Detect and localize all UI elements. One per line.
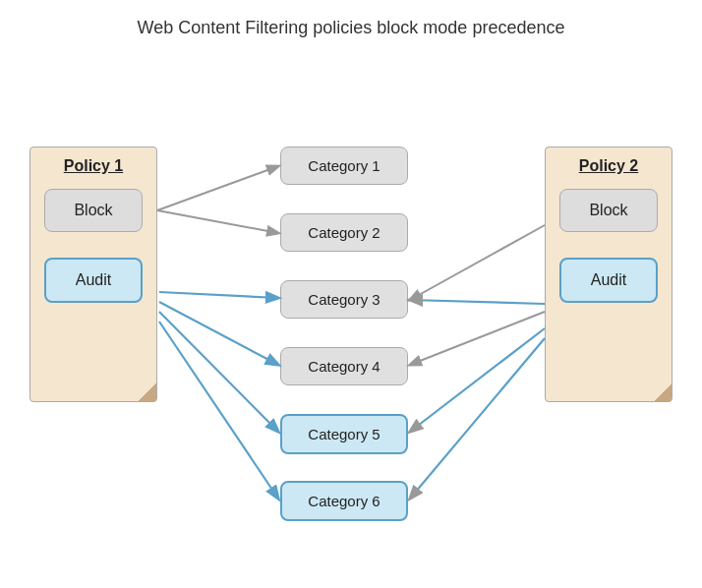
category2-box: Category 2	[280, 213, 408, 252]
policy2-title: Policy 2	[579, 157, 638, 175]
svg-line-5	[159, 302, 278, 365]
category5-box: Category 5	[280, 414, 408, 454]
category3-box: Category 3	[280, 280, 408, 319]
svg-line-7	[159, 322, 278, 499]
category1-box: Category 1	[280, 147, 408, 185]
policy2-audit: Audit	[559, 258, 658, 303]
category4-box: Category 4	[280, 347, 408, 385]
svg-line-9	[410, 338, 545, 499]
category6-box: Category 6	[280, 481, 408, 521]
svg-line-3	[410, 312, 545, 365]
diagram: Policy 1 Block Audit Policy 2 Block Audi…	[0, 48, 702, 579]
policy1-audit: Audit	[44, 258, 143, 303]
page-title: Web Content Filtering policies block mod…	[0, 0, 702, 48]
policy1-title: Policy 1	[64, 157, 123, 175]
svg-line-8	[410, 328, 545, 432]
policy2-block: Block	[559, 189, 658, 232]
svg-line-10	[410, 300, 545, 304]
policy1-box: Policy 1 Block Audit	[29, 147, 157, 402]
policy2-box: Policy 2 Block Audit	[545, 147, 673, 402]
svg-line-6	[159, 312, 278, 432]
svg-line-2	[410, 225, 545, 300]
svg-line-0	[157, 166, 278, 210]
svg-line-1	[157, 210, 278, 233]
policy1-block: Block	[44, 189, 143, 232]
svg-line-4	[159, 292, 278, 298]
